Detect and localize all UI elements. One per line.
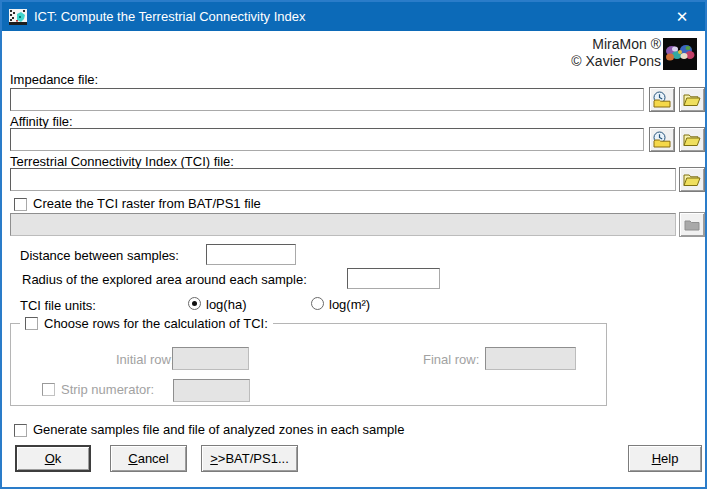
close-button[interactable]: ✕ bbox=[659, 2, 705, 31]
bat-file-input bbox=[10, 213, 676, 236]
initial-row-input bbox=[172, 347, 249, 370]
final-row-input bbox=[485, 347, 576, 370]
create-tci-from-bat-label: Create the TCI raster from BAT/PS1 file bbox=[33, 196, 261, 211]
impedance-file-label: Impedance file: bbox=[10, 72, 98, 87]
choose-rows-label: Choose rows for the calculation of TCI: bbox=[44, 316, 268, 331]
units-log-m2-radio[interactable] bbox=[311, 297, 324, 310]
strip-numerator-label: Strip numerator: bbox=[61, 382, 154, 397]
affinity-browse-button[interactable] bbox=[679, 127, 705, 152]
generate-samples-label: Generate samples file and file of analyz… bbox=[33, 422, 404, 437]
final-row-label: Final row: bbox=[423, 352, 479, 367]
tci-file-input[interactable] bbox=[10, 168, 676, 191]
ok-button[interactable]: Ok bbox=[15, 445, 91, 472]
units-log-ha-radio[interactable] bbox=[188, 297, 201, 310]
affinity-recent-files-button[interactable] bbox=[649, 127, 675, 152]
miramon-logo bbox=[663, 38, 697, 70]
rows-groupbox-title: Choose rows for the calculation of TCI: bbox=[20, 316, 273, 331]
impedance-recent-files-button[interactable] bbox=[649, 87, 675, 112]
impedance-browse-button[interactable] bbox=[679, 87, 705, 112]
tci-file-label: Terrestrial Connectivity Index (TCI) fil… bbox=[10, 154, 234, 169]
app-icon bbox=[9, 9, 27, 25]
open-folder-icon bbox=[683, 133, 701, 147]
units-log-m2-label: log(m²) bbox=[329, 297, 370, 312]
branding-text: MiraMon ® © Xavier Pons bbox=[571, 36, 661, 70]
initial-row-label: Initial row: bbox=[116, 352, 175, 367]
strip-numerator-checkbox bbox=[42, 383, 55, 396]
distance-label: Distance between samples: bbox=[20, 248, 179, 263]
strip-numerator-input bbox=[173, 379, 250, 402]
impedance-file-input[interactable] bbox=[10, 88, 644, 111]
recent-files-icon bbox=[652, 131, 672, 149]
distance-input[interactable] bbox=[206, 244, 296, 265]
generate-samples-checkbox[interactable] bbox=[14, 424, 27, 437]
tci-browse-button[interactable] bbox=[679, 167, 705, 192]
cancel-button[interactable]: Cancel bbox=[110, 445, 187, 472]
radius-label: Radius of the explored area around each … bbox=[22, 272, 307, 287]
help-button[interactable]: Help bbox=[628, 445, 702, 472]
units-log-ha-label: log(ha) bbox=[206, 297, 246, 312]
affinity-file-input[interactable] bbox=[10, 128, 644, 151]
folder-icon-disabled bbox=[684, 219, 700, 231]
tci-units-label: TCI file units: bbox=[20, 298, 96, 313]
branding-line2: © Xavier Pons bbox=[571, 53, 661, 70]
title-bar: ICT: Compute the Terrestrial Connectivit… bbox=[2, 2, 705, 31]
window-title: ICT: Compute the Terrestrial Connectivit… bbox=[34, 9, 305, 24]
create-tci-from-bat-checkbox[interactable] bbox=[14, 198, 27, 211]
branding-line1: MiraMon ® bbox=[571, 36, 661, 53]
bat-browse-button bbox=[679, 212, 705, 237]
radius-input[interactable] bbox=[347, 268, 440, 289]
choose-rows-checkbox[interactable] bbox=[25, 317, 38, 330]
recent-files-icon bbox=[652, 91, 672, 109]
open-folder-icon bbox=[683, 173, 701, 187]
bat-ps1-button[interactable]: >>BAT/PS1... bbox=[201, 445, 298, 472]
affinity-file-label: Affinity file: bbox=[10, 114, 73, 129]
dialog-window: ICT: Compute the Terrestrial Connectivit… bbox=[0, 0, 707, 489]
open-folder-icon bbox=[683, 93, 701, 107]
